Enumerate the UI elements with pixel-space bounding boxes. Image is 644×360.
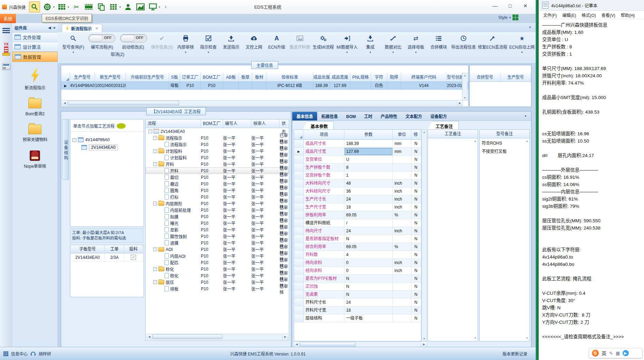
expand-toggle-icon[interactable]: - [153, 247, 157, 251]
param-value[interactable]: 69.05 [344, 243, 393, 251]
param-value[interactable]: 18 [344, 307, 393, 314]
flow-tree-row[interactable]: - 计划投料 P10 张一平 张一平 已审核 [146, 154, 289, 161]
param-value[interactable]: 69.05 [344, 211, 393, 219]
flow-tree-row[interactable]: - 计划投料 P10 张一平 张一平 已审核 [146, 148, 289, 154]
column-header[interactable]: 板厚 [239, 73, 252, 82]
expand-toggle-icon[interactable]: - [153, 267, 157, 271]
param-row[interactable]: ▶ 生产尺寸长 24 inch N [294, 195, 421, 203]
maximize-button[interactable]: □ [502, 1, 518, 11]
keyboard-icon[interactable]: ▦ [616, 351, 620, 356]
export-flow-info-button[interactable]: 导出流程信息 [452, 34, 475, 54]
ocr-search-icon[interactable] [29, 1, 40, 12]
tab-device-structure[interactable]: 设备结构 [62, 119, 69, 180]
param-row[interactable]: ▶ 成品尺寸宽 127.69 mm N [294, 148, 421, 156]
table-icon[interactable] [57, 2, 67, 12]
params-vscrollbar[interactable]: ▲▼ [421, 129, 427, 341]
nav-tree-root[interactable]: - 4V144P86A0 [72, 136, 142, 144]
param-value[interactable]: N [344, 291, 393, 298]
flow-tree-row[interactable]: - 打标 P10 张一平 张一平 已审核 [146, 194, 289, 200]
fix-ecn-flow-button[interactable]: 修复ECN丢流程 [479, 34, 506, 54]
tab-new-flow-instruction[interactable]: 新流程指示 ✕ [62, 24, 102, 32]
flow-column-header[interactable]: 流程 [146, 119, 201, 128]
sidebar-pin-icon[interactable]: ➜ [52, 26, 56, 30]
column-header[interactable]: 订单工厂 [180, 73, 201, 82]
flow-tree-row[interactable]: - 层压 P10 张一平 张一平 已审核 [146, 279, 289, 285]
notepad-menu-item[interactable]: 编辑(E) [560, 11, 578, 19]
param-value[interactable]: N [344, 275, 393, 282]
flow-tree-row[interactable]: - 曝光 P10 张一平 张一平 已审核 [146, 220, 289, 226]
param-row[interactable]: ▶ 开料尺寸长 24 N [294, 299, 421, 307]
flow-tree-row[interactable]: - 酸性蚀刻 P10 张一平 张一平 已审核 [146, 233, 289, 240]
scroll-right-icon[interactable]: ▶ [282, 334, 288, 339]
main-table-vscrollbar[interactable]: ▲▼ [462, 73, 468, 100]
sidebar-tool[interactable]: Bom查询2 [26, 99, 45, 116]
param-row[interactable]: ▶ 拼板利用率 69.05 % N [294, 211, 421, 219]
start-modify-toggle[interactable]: OFF [120, 34, 147, 42]
status-column-header[interactable]: 状态 [280, 119, 289, 128]
feeding-header[interactable]: 投料 [124, 245, 143, 253]
flow-tree-row[interactable]: - AOI P10 张一平 张一平 已审核 [146, 246, 289, 253]
dropdown-icon[interactable]: ▾ [185, 51, 186, 54]
user-icon[interactable] [123, 2, 133, 12]
style-selector[interactable]: Style ▾ [498, 14, 518, 20]
scroll-left-icon[interactable]: ◀ [62, 101, 68, 105]
param-value[interactable]: 24 [344, 195, 393, 203]
notepad-titlebar[interactable]: 4v144p86a0.txt - 记事本 [539, 0, 644, 11]
main-table-hscrollbar[interactable]: ◀ ▶ [62, 100, 463, 106]
writer-column-header[interactable]: 编写人 [223, 119, 251, 128]
monitor-dropdown-icon[interactable]: ▾ [159, 6, 160, 9]
param-value[interactable]: 188.39 [344, 140, 393, 147]
param-row[interactable]: ▶ 生产拼板个数 8 N [294, 164, 421, 172]
tab-basic-params[interactable]: 基本参数 [303, 121, 334, 129]
item-column-header[interactable]: 项目 [304, 130, 344, 139]
scroll-right-icon[interactable]: ▶ [457, 101, 462, 105]
info-center-label[interactable]: 信息中心 [11, 351, 28, 357]
ime-bar[interactable]: S 英 ✎ ▦ [589, 348, 643, 358]
column-header[interactable]: 验收标准 [266, 73, 313, 82]
flow-tree-row[interactable]: - 内层前处理 P10 张一平 张一平 已审核 [146, 207, 289, 213]
flow-tree-row[interactable]: - 退膜 P10 张一平 张一平 已审核 [146, 240, 289, 246]
flow-tree-hscrollbar[interactable]: ◀ ▶ [146, 334, 288, 340]
model-notes-list[interactable]: 型号备注 符合ROHS不接受打叉板 ▲ ▼ [479, 129, 530, 341]
doc-upload-button[interactable]: 文控上网 [245, 34, 263, 54]
column-header[interactable]: BOM工厂 [201, 73, 223, 82]
flow-tree-row[interactable]: - 内层图形 P10 张一平 张一平 已审核 [146, 200, 289, 207]
param-value[interactable]: 4 [344, 251, 393, 259]
sidebar-category[interactable]: 文件处理 [12, 32, 58, 42]
dropdown-icon[interactable]: ▾ [392, 51, 394, 54]
param-value[interactable]: 0 [344, 267, 393, 274]
column-header[interactable]: 成品长度 [313, 73, 330, 82]
layout-grid-icon[interactable] [108, 2, 119, 12]
work-order-header[interactable]: 工单 [105, 245, 124, 253]
cancel-button[interactable]: 取消(Z) [111, 51, 124, 57]
yx-lighthouse-icon[interactable]: YX [0, 43, 12, 56]
monitor-icon[interactable] [148, 2, 158, 12]
grid-icon[interactable] [3, 351, 8, 356]
params-hscrollbar[interactable]: ◀ ▶ [294, 341, 427, 347]
write-flow-toggle[interactable]: OFF [88, 34, 115, 42]
param-row[interactable]: ▶ 交货拼板个数 1 N [294, 172, 421, 179]
select-all-corner[interactable] [61, 73, 70, 82]
layout-dropdown-icon[interactable]: ▾ [119, 6, 121, 9]
scroll-down-icon[interactable]: ▼ [526, 337, 528, 340]
column-header[interactable]: PNL规格 [350, 73, 371, 82]
toolbar-overflow-icon[interactable]: ⇟ [164, 5, 167, 9]
column-header[interactable]: 升级前旧生产型号 [126, 73, 169, 82]
reselect-cut-drawing-button[interactable]: 重选开料图 [291, 34, 309, 54]
flag-column-header[interactable]: 修 [411, 130, 420, 139]
param-value[interactable]: 1 [344, 172, 393, 179]
param-row[interactable]: ▶ 综合利用率 69.05 % N [294, 243, 421, 251]
param-row[interactable]: ▶ 经向余料 0 inch N [294, 267, 421, 275]
param-row[interactable]: ▶ 无卤素 N N [294, 291, 421, 299]
flow-tree-row[interactable]: - 磨边 P10 张一平 张一平 已审核 [146, 181, 289, 187]
dropdown-icon[interactable]: ▾ [347, 51, 348, 54]
merge-module-button[interactable]: 合拼模块 [430, 34, 448, 54]
ecn-auto-upload-button[interactable]: ★ ECN自动上网 ▾ [511, 34, 534, 54]
send-instruction-button[interactable]: 发送指示 [222, 34, 240, 54]
param-value[interactable]: 36 [344, 187, 393, 195]
param-row[interactable]: ▶ 大料纬向尺寸 48 inch N [294, 179, 421, 187]
flow-tree-row[interactable]: - 开料 P10 张一平 张一平 已审核 [146, 161, 289, 167]
column-header[interactable]: 成品宽度 [330, 73, 350, 82]
param-row[interactable]: ▶ 纬向尺寸 24 inch N [294, 227, 421, 235]
param-value[interactable]: 127.69 [344, 148, 393, 155]
